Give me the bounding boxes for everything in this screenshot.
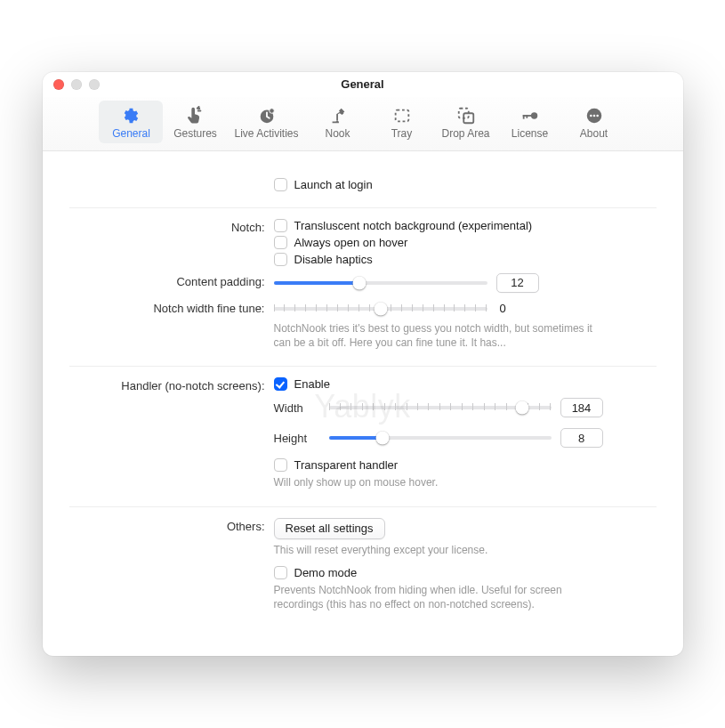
tap-icon [185, 106, 205, 125]
always-hover-checkbox[interactable] [274, 236, 287, 249]
launch-at-login-checkbox[interactable] [274, 178, 287, 191]
tab-license[interactable]: License [498, 101, 562, 143]
tab-nook[interactable]: Nook [306, 101, 370, 143]
transluscent-checkbox[interactable] [274, 219, 287, 232]
tab-general[interactable]: General [99, 101, 163, 143]
tab-label: General [112, 127, 150, 140]
handler-width-slider[interactable] [329, 399, 552, 417]
clock-icon [257, 106, 277, 125]
handler-height-label: Height [274, 432, 320, 445]
preferences-window: General General Gestures [43, 72, 683, 656]
lamp-icon [328, 106, 348, 125]
close-window-button[interactable] [53, 79, 64, 90]
transparent-handler-checkbox[interactable] [274, 458, 287, 472]
content-padding-label: Content padding: [69, 273, 274, 288]
handler-enable-row[interactable]: Enable [274, 377, 657, 391]
svg-rect-9 [526, 115, 528, 118]
tab-drop-area[interactable]: Drop Area [434, 101, 498, 143]
width-finetune-slider[interactable] [274, 300, 487, 318]
svg-point-12 [592, 115, 595, 117]
tab-tray[interactable]: Tray [370, 101, 434, 143]
gear-icon [121, 106, 141, 125]
tab-label: License [512, 127, 548, 140]
reset-hint: This will reset everything except your l… [274, 543, 612, 557]
key-icon [520, 106, 540, 125]
svg-point-13 [596, 115, 599, 117]
width-finetune-label: Notch width fine tune: [69, 300, 274, 315]
tab-gestures[interactable]: Gestures [163, 101, 227, 143]
svg-point-11 [590, 115, 592, 117]
handler-height-value[interactable]: 8 [560, 428, 603, 448]
disable-haptics-row[interactable]: Disable haptics [274, 253, 657, 266]
tab-label: Live Activities [234, 127, 298, 140]
reset-all-button[interactable]: Reset all settings [274, 518, 385, 539]
launch-at-login-row[interactable]: Launch at login [274, 178, 657, 191]
minimize-window-button[interactable] [71, 79, 82, 90]
transluscent-label: Transluscent notch background (experimen… [294, 219, 533, 232]
handler-enable-checkbox[interactable] [274, 377, 287, 391]
width-finetune-value: 0 [496, 302, 539, 315]
transparent-handler-label: Transparent handler [294, 458, 399, 472]
svg-rect-3 [395, 110, 408, 122]
demo-mode-row[interactable]: Demo mode [274, 566, 657, 579]
content-area: Launch at login Notch: Transluscent notc… [43, 151, 683, 656]
content-padding-value[interactable]: 12 [496, 273, 539, 293]
content-padding-slider[interactable] [274, 274, 487, 292]
demo-mode-hint: Prevents NotchNook from hiding when idle… [274, 583, 612, 611]
transparent-handler-row[interactable]: Transparent handler [274, 458, 657, 472]
tab-label: Tray [391, 127, 413, 140]
tab-label: Drop Area [442, 127, 490, 140]
disable-haptics-label: Disable haptics [294, 253, 373, 266]
always-hover-row[interactable]: Always open on hover [274, 236, 657, 249]
transparent-handler-hint: Will only show up on mouse hover. [274, 475, 612, 489]
others-heading: Others: [69, 518, 274, 533]
handler-width-value[interactable]: 184 [560, 398, 603, 417]
tab-live-activities[interactable]: Live Activities [227, 101, 305, 143]
zoom-window-button[interactable] [89, 79, 100, 90]
tray-icon [392, 106, 412, 125]
svg-point-0 [198, 107, 201, 109]
drop-icon [456, 106, 476, 125]
handler-width-label: Width [274, 401, 320, 415]
tab-label: About [580, 127, 608, 140]
demo-mode-checkbox[interactable] [274, 566, 287, 579]
svg-rect-8 [522, 115, 524, 119]
notch-heading: Notch: [69, 219, 274, 234]
preferences-toolbar: General Gestures Live Activities [43, 97, 683, 151]
always-hover-label: Always open on hover [294, 236, 408, 249]
tab-about[interactable]: About [562, 101, 626, 143]
disable-haptics-checkbox[interactable] [274, 253, 287, 266]
launch-at-login-label: Launch at login [294, 178, 373, 191]
handler-heading: Handler (no-notch screens): [69, 377, 274, 392]
window-title: General [341, 77, 383, 91]
tab-label: Nook [326, 127, 350, 140]
width-finetune-hint: NotchNook tries it's best to guess you n… [274, 321, 612, 350]
tab-label: Gestures [173, 127, 217, 140]
transluscent-row[interactable]: Transluscent notch background (experimen… [274, 219, 657, 232]
traffic-lights [53, 79, 100, 90]
handler-enable-label: Enable [294, 377, 330, 391]
titlebar: General [43, 72, 683, 97]
handler-height-slider[interactable] [329, 429, 552, 447]
ellipsis-icon [584, 106, 604, 125]
demo-mode-label: Demo mode [294, 566, 358, 579]
svg-point-6 [530, 112, 536, 118]
svg-point-2 [269, 109, 274, 114]
